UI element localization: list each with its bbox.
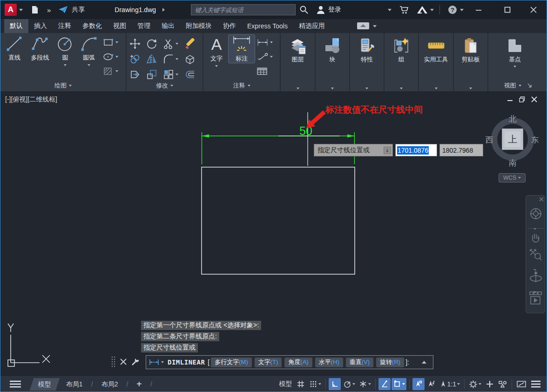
recent-command-icon[interactable] [149, 359, 159, 365]
panel-clipboard[interactable]: 剪贴板 [454, 33, 487, 91]
scale-flyout-arrow-icon[interactable] [457, 383, 460, 385]
view-panel-launcher-icon[interactable] [527, 83, 532, 88]
panel-utilities[interactable]: 实用工具 [419, 33, 453, 91]
dimension-flyout-arrow-icon[interactable] [270, 41, 273, 43]
tab-annotate[interactable]: 注释 [53, 19, 77, 33]
model-tab[interactable]: 模型 [30, 378, 60, 391]
signin-arrow-icon[interactable] [388, 9, 392, 11]
clean-screen-button[interactable] [515, 378, 528, 390]
osnap-toggle[interactable] [392, 378, 406, 390]
drawn-rectangle[interactable] [202, 167, 355, 274]
panel-modify-label[interactable]: 修改 [127, 81, 203, 90]
maximize-button[interactable] [497, 0, 518, 19]
isolate-objects-button[interactable] [497, 378, 509, 390]
mirror-button[interactable] [146, 54, 163, 65]
navigation-wheel-icon[interactable] [529, 207, 543, 222]
dyn-input-y-field[interactable]: 1802.7968 [439, 144, 483, 156]
modify-panel-expand-icon[interactable] [170, 85, 173, 87]
signin-label[interactable]: 登录 [328, 6, 341, 14]
tab-home[interactable]: 默认 [4, 19, 28, 33]
model-space-toggle[interactable]: 模型 [278, 378, 294, 390]
share-label[interactable]: 共享 [72, 6, 85, 14]
new-layout-tab[interactable]: + [128, 378, 150, 391]
draw-panel-expand-icon[interactable] [69, 85, 72, 87]
annotation-scale-button[interactable]: 1:1 [439, 378, 461, 390]
close-button[interactable] [523, 0, 544, 19]
command-line[interactable]: DIMLINEAR [ 多行文字(M) 文字(T) 角度(A) 水平(H) 垂直… [146, 355, 433, 369]
offset-button[interactable] [184, 69, 198, 80]
status-customization-button[interactable] [529, 378, 543, 390]
panel-block[interactable]: 块 [316, 33, 349, 91]
wcs-menu[interactable]: WCS [499, 173, 526, 182]
navwheel-flyout-arrow-icon[interactable] [533, 223, 536, 232]
autoscale-toggle[interactable] [425, 378, 438, 390]
minimize-button[interactable] [468, 0, 489, 19]
scale-button[interactable] [146, 69, 163, 80]
qat-expand-icon[interactable]: » [47, 6, 51, 14]
isodraft-flyout-arrow-icon[interactable] [368, 383, 371, 385]
annotate-panel-expand-icon[interactable] [248, 85, 250, 87]
tab-manage[interactable]: 管理 [132, 19, 156, 33]
table-button[interactable] [257, 64, 273, 78]
showmotion-icon[interactable] [529, 291, 542, 308]
explode-button[interactable] [184, 54, 198, 65]
linear-dimension-button[interactable] [257, 35, 273, 49]
help-icon[interactable]: ? [447, 5, 458, 15]
osnap-tracking-toggle[interactable] [378, 378, 391, 390]
text-button[interactable]: A 文字 [206, 35, 227, 67]
trim-flyout-arrow-icon[interactable] [176, 43, 178, 45]
circle-button[interactable]: 圆 [54, 35, 76, 66]
ellipse-button[interactable] [103, 49, 118, 64]
array-flyout-arrow-icon[interactable] [176, 74, 178, 75]
tab-parametric[interactable]: 参数化 [77, 19, 108, 33]
fillet-flyout-arrow-icon[interactable] [176, 58, 178, 60]
tab-output[interactable]: 输出 [156, 19, 180, 33]
block-panel-flyout[interactable] [316, 88, 349, 89]
polyline-button[interactable]: 多段线 [27, 35, 54, 62]
panel-annotate-label[interactable]: 注释 [203, 81, 280, 90]
search-icon[interactable] [299, 5, 309, 14]
option-rotated[interactable]: 旋转(R) [376, 358, 404, 367]
orbit-icon[interactable] [529, 269, 543, 285]
ortho-toggle[interactable] [329, 378, 341, 390]
autodesk-arrow-icon[interactable] [430, 9, 434, 11]
dimension-button[interactable]: 标注 [229, 35, 255, 63]
app-menu-arrow-icon[interactable] [19, 9, 23, 11]
navbar-close-icon[interactable] [539, 197, 544, 202]
grip-dots-icon[interactable] [111, 356, 115, 367]
panel-groups[interactable]: 组 [385, 33, 418, 91]
grid-toggle[interactable] [295, 378, 307, 390]
option-horizontal[interactable]: 水平(H) [315, 358, 343, 367]
tab-collaborate[interactable]: 协作 [217, 19, 242, 33]
polar-tracking-toggle[interactable] [342, 378, 357, 390]
view-panel-expand-icon[interactable] [519, 85, 521, 87]
trim-button[interactable] [163, 38, 184, 49]
stretch-button[interactable] [129, 69, 146, 80]
hatch-button[interactable] [103, 64, 118, 78]
viewcube-east[interactable]: 东 [530, 135, 540, 145]
clipboard-panel-flyout[interactable] [454, 88, 487, 89]
layout-menu-icon[interactable] [6, 378, 25, 390]
leader-flyout-arrow-icon[interactable] [270, 56, 273, 58]
tab-express-tools[interactable]: Express Tools [242, 19, 293, 33]
workspace-gear-button[interactable] [467, 378, 483, 390]
dyn-input-down-arrow-icon[interactable]: ⇓ [384, 147, 391, 154]
base-point-flyout-arrow-icon[interactable] [513, 66, 516, 68]
viewcube-top-face[interactable]: 上 [502, 128, 523, 150]
snap-flyout-arrow-icon[interactable] [318, 383, 321, 385]
drawing-canvas[interactable]: 50 [0, 91, 547, 375]
pan-icon[interactable] [530, 232, 542, 245]
copy-button[interactable] [129, 54, 146, 65]
osnap-flyout-arrow-icon[interactable] [402, 383, 405, 385]
option-angle[interactable]: 角度(A) [284, 358, 312, 367]
option-text[interactable]: 文字(T) [255, 358, 282, 367]
commandline-close-icon[interactable] [120, 358, 127, 365]
annotation-visibility-toggle[interactable] [412, 378, 425, 390]
fillet-button[interactable] [163, 54, 184, 65]
option-vertical[interactable]: 垂直(V) [346, 358, 373, 367]
ribbon-minimize-arrow-icon[interactable] [373, 25, 377, 27]
tab-view[interactable]: 视图 [108, 19, 132, 33]
panel-draw-label[interactable]: 绘图 [0, 81, 126, 90]
zoom-icon[interactable] [529, 248, 542, 262]
recent-command-arrow-icon[interactable] [161, 361, 164, 363]
